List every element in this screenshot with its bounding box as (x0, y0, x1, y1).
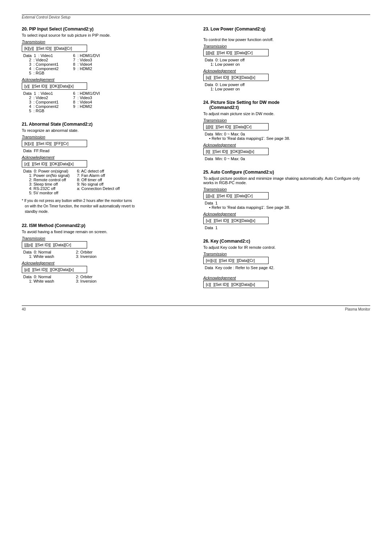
transmission-code-25: [j][u][ ][Set ID][ ][Data][Cr] (203, 192, 269, 199)
ack-code-24: [t][ ][Set ID][ ][OK][Data][x] (203, 148, 269, 155)
ack-data-simple-25: Data 1 (203, 226, 370, 230)
ack-code-20: [y][ ][Set ID][ ][OK][Data][x] (22, 82, 87, 90)
ack-label-20: Acknowledgement (22, 77, 189, 82)
data-table-22: Data 0: Normal 1: White wash 2: Orbiter … (22, 250, 189, 259)
transmission-label-23: Transmission (203, 44, 370, 48)
ack-label-26: Acknowledgement (203, 276, 370, 280)
section-22-desc: To avoid having a fixed image remain on … (22, 230, 189, 234)
ack-label-21: Acknowledgement (22, 155, 189, 159)
ack-code-22: [p][ ][Set ID][ ][OK][Data][x] (22, 266, 87, 273)
transmission-code-26: [m][c][ ][Set ID][ ][Data][Cr] (203, 257, 269, 264)
data-range-24: Data Min: 0 ~ Max: 0a • Refer to 'Real d… (203, 132, 370, 141)
section-22-title: 22. ISM Method (Command2:p) (22, 223, 189, 228)
section-26-desc: To adjust Key code for IR remote control… (203, 245, 370, 250)
ack-code-23: [q][ ][Set ID][ ][OK][Data][x] (203, 74, 269, 81)
ack-code-26: [c][ ][Set ID][ ][OK][Data][x] (203, 281, 269, 288)
transmission-label-26: Transmission (203, 252, 370, 256)
ack-data-table-21: Data 0: Power on(signal) 1: Power on(No … (22, 169, 189, 195)
ack-label-24: Acknowledgement (203, 143, 370, 147)
section-21-desc: To recognize an abnormal state. (22, 128, 189, 133)
ack-data-table-23: Data 0: Low power off 1: Low power on (203, 82, 370, 91)
ack-label-25: Acknowledgement (203, 212, 370, 216)
ack-label-23: Acknowledgement (203, 69, 370, 73)
ack-label-22: Acknowledgement (22, 261, 189, 265)
transmission-label-20: Transmission (22, 40, 189, 44)
transmission-label-21: Transmission (22, 135, 189, 139)
header-text: External Control Device Setup (22, 15, 70, 19)
data-simple-25: Data 1 • Refer to 'Real data mapping1'. … (203, 201, 370, 210)
section-21-title: 21. Abnormal State (Command2:z) (22, 122, 189, 127)
section-25-desc: To adjust picture position and minimize … (203, 176, 370, 185)
section-22: 22. ISM Method (Command2:p) To avoid hav… (22, 223, 189, 283)
data-simple-26: Data Key code : Refer to See page 42. (203, 266, 370, 270)
section-26-title: 26. Key (Command2:c) (203, 239, 370, 244)
page: External Control Device Setup 20. PIP In… (0, 0, 392, 555)
section-20-title: 20. PIP Input Select (Command2:y) (22, 27, 189, 32)
footer-label: Plasma Monitor (345, 307, 370, 311)
right-column: 23. Low Power (Command2:q) To control th… (203, 27, 370, 298)
transmission-code-22: [j][p][ ][Set ID][ ][Data][Cr] (22, 241, 87, 248)
section-24-desc: To adjust main picture size in DW mode. (203, 112, 370, 116)
left-column: 20. PIP Input Select (Command2:y) To sel… (22, 27, 189, 298)
section-24-title: 24. Picture Size Setting for DW mode (Co… (203, 100, 370, 110)
section-23-desc: To control the low power function on/off… (203, 37, 370, 42)
data-table-23: Data 0: Low power off 1: Low power on (203, 58, 370, 66)
main-content: 20. PIP Input Select (Command2:y) To sel… (22, 27, 370, 298)
ack-data-table-22: Data 0: Normal 1: White wash 2: Orbiter … (22, 275, 189, 283)
section-21: 21. Abnormal State (Command2:z) To recog… (22, 122, 189, 214)
section-23: 23. Low Power (Command2:q) To control th… (203, 27, 370, 91)
section-25-title: 25. Auto Configure (Command2:u) (203, 170, 370, 175)
header: External Control Device Setup (22, 15, 370, 21)
ack-data-table-20: Data 1 : Video1 2 : Video2 3 : Component… (22, 91, 189, 113)
section-25: 25. Auto Configure (Command2:u) To adjus… (203, 170, 370, 230)
footnote-21: * If you do not press any button within … (22, 198, 189, 214)
footer-page: 40 (22, 307, 26, 311)
transmission-code-20: [k][y][ ][Set ID][ ][Data][Cr] (22, 45, 87, 52)
footer: 40 Plasma Monitor (22, 305, 370, 311)
section-26: 26. Key (Command2:c) To adjust Key code … (203, 239, 370, 289)
transmission-code-21: [k][z][ ][Set ID][ ][FF][Cr] (22, 140, 87, 147)
section-20-desc: To select input source for sub picture i… (22, 33, 189, 37)
section-20: 20. PIP Input Select (Command2:y) To sel… (22, 27, 189, 113)
transmission-code-24: [j][t][ ][Set ID][ ][Data][Cr] (203, 123, 269, 130)
section-23-title: 23. Low Power (Command2:q) (203, 27, 370, 32)
transmission-code-23: [j][q][ ][Set ID][ ][Data][Cr] (203, 49, 269, 56)
data-simple-21: Data FF:Read (22, 149, 189, 153)
ack-data-range-24: Data Min: 0 ~ Max: 0a (203, 157, 370, 161)
ack-code-25: [u][ ][Set ID][ ][OK][Data][x] (203, 217, 269, 224)
transmission-label-24: Transmission (203, 118, 370, 122)
ack-code-21: [z][ ][Set ID][ ][OK][Data][x] (22, 160, 87, 167)
section-24: 24. Picture Size Setting for DW mode (Co… (203, 100, 370, 161)
transmission-label-22: Transmission (22, 236, 189, 240)
data-table-20: Data 1 : Video1 2 : Video2 3 : Component… (22, 53, 189, 75)
transmission-label-25: Transmission (203, 187, 370, 191)
